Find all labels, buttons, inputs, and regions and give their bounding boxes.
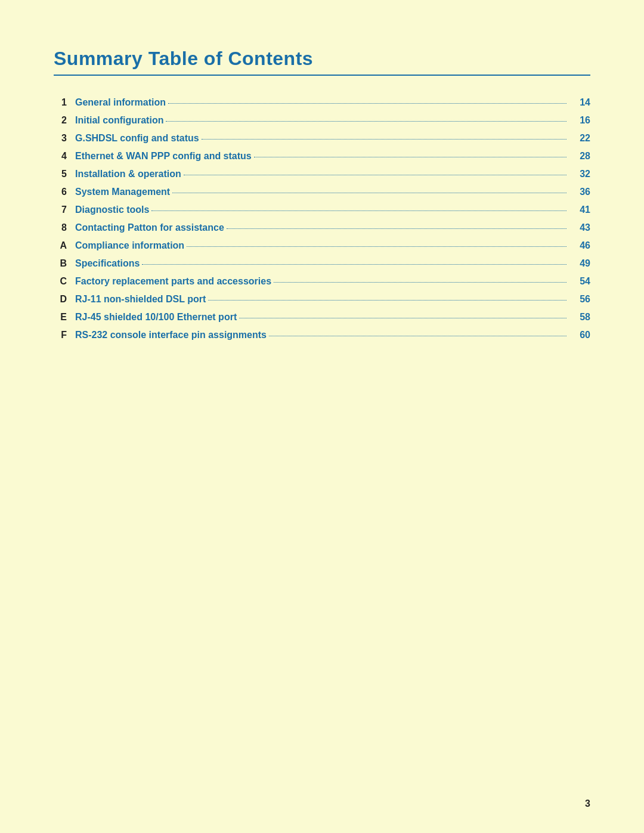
toc-entry-dots: [202, 139, 566, 140]
title-divider: [54, 75, 590, 76]
toc-entry-number: A: [54, 240, 75, 251]
toc-entry-dots: [142, 264, 566, 265]
toc-entry-dots: [239, 318, 566, 318]
toc-entry-title[interactable]: Specifications: [75, 258, 140, 269]
toc-entry-title[interactable]: Compliance information: [75, 240, 184, 251]
toc-entry-page: 58: [569, 312, 590, 323]
toc-entry-dots: [187, 246, 566, 247]
toc-entry-title[interactable]: Contacting Patton for assistance: [75, 222, 224, 233]
toc-entry-page: 22: [569, 133, 590, 144]
toc-entry-title[interactable]: RS-232 console interface pin assignments: [75, 330, 267, 340]
toc-entry-page: 16: [569, 115, 590, 126]
toc-entry-title[interactable]: General information: [75, 97, 166, 108]
toc-entry[interactable]: DRJ-11 non-shielded DSL port56: [54, 290, 590, 308]
toc-entry-number: 4: [54, 151, 75, 162]
toc-entry-page: 32: [569, 169, 590, 179]
toc-entry[interactable]: 7Diagnostic tools41: [54, 201, 590, 219]
toc-entry-number: 5: [54, 169, 75, 179]
toc-entry[interactable]: 6System Management36: [54, 183, 590, 201]
toc-entry-dots: [184, 175, 566, 175]
toc-entry-title[interactable]: RJ-45 shielded 10/100 Ethernet port: [75, 312, 237, 323]
toc-entry-page: 54: [569, 276, 590, 287]
toc-entry-dots: [254, 157, 566, 157]
toc-entry-title[interactable]: G.SHDSL config and status: [75, 133, 199, 144]
toc-entry-dots: [269, 336, 566, 336]
toc-entry[interactable]: CFactory replacement parts and accessori…: [54, 272, 590, 290]
toc-entry-dots: [227, 228, 566, 229]
toc-entry-number: 6: [54, 187, 75, 197]
toc-entry-title[interactable]: RJ-11 non-shielded DSL port: [75, 294, 206, 305]
toc-entry-dots: [172, 193, 566, 193]
toc-entry-number: 3: [54, 133, 75, 144]
toc-entry-page: 14: [569, 97, 590, 108]
page-number: 3: [585, 798, 590, 809]
toc-entry-number: B: [54, 258, 75, 269]
toc-entry[interactable]: BSpecifications49: [54, 255, 590, 272]
toc-entry[interactable]: FRS-232 console interface pin assignment…: [54, 326, 590, 344]
toc-entry-number: 7: [54, 205, 75, 215]
toc-entry[interactable]: 8Contacting Patton for assistance43: [54, 219, 590, 237]
toc-entry-number: F: [54, 330, 75, 340]
toc-entry-page: 43: [569, 222, 590, 233]
toc-entry-dots: [274, 282, 566, 283]
toc-entry-page: 60: [569, 330, 590, 340]
toc-entry[interactable]: 2Initial configuration16: [54, 112, 590, 129]
toc-entry-title[interactable]: Initial configuration: [75, 115, 163, 126]
toc-entry-title[interactable]: Diagnostic tools: [75, 205, 149, 215]
toc-entry-number: 2: [54, 115, 75, 126]
toc-entry-dots: [166, 121, 566, 122]
toc-entry-number: E: [54, 312, 75, 323]
toc-entry[interactable]: 1General information14: [54, 94, 590, 112]
toc-entry-page: 46: [569, 240, 590, 251]
toc-entry-number: 8: [54, 222, 75, 233]
page-title: Summary Table of Contents: [54, 48, 590, 70]
toc-entry-title[interactable]: Installation & operation: [75, 169, 181, 179]
toc-entry-dots: [208, 300, 566, 301]
toc-entry-number: C: [54, 276, 75, 287]
toc-entry[interactable]: ACompliance information46: [54, 237, 590, 255]
toc-entry-number: 1: [54, 97, 75, 108]
toc-entry-title[interactable]: Ethernet & WAN PPP config and status: [75, 151, 252, 162]
toc-entry-dots: [151, 210, 566, 211]
page-container: Summary Table of Contents 1General infor…: [0, 0, 644, 380]
toc-entry[interactable]: 3G.SHDSL config and status22: [54, 129, 590, 147]
toc-entry-title[interactable]: System Management: [75, 187, 170, 197]
toc-entry-page: 56: [569, 294, 590, 305]
toc-entry-title[interactable]: Factory replacement parts and accessorie…: [75, 276, 271, 287]
toc-entry-page: 28: [569, 151, 590, 162]
toc-entry-dots: [168, 103, 566, 104]
toc-entry[interactable]: 4Ethernet & WAN PPP config and status28: [54, 147, 590, 165]
toc-entry-page: 36: [569, 187, 590, 197]
toc-list: 1General information142Initial configura…: [54, 94, 590, 344]
toc-entry[interactable]: ERJ-45 shielded 10/100 Ethernet port58: [54, 308, 590, 326]
toc-entry[interactable]: 5Installation & operation32: [54, 165, 590, 183]
toc-entry-number: D: [54, 294, 75, 305]
toc-entry-page: 49: [569, 258, 590, 269]
toc-entry-page: 41: [569, 205, 590, 215]
